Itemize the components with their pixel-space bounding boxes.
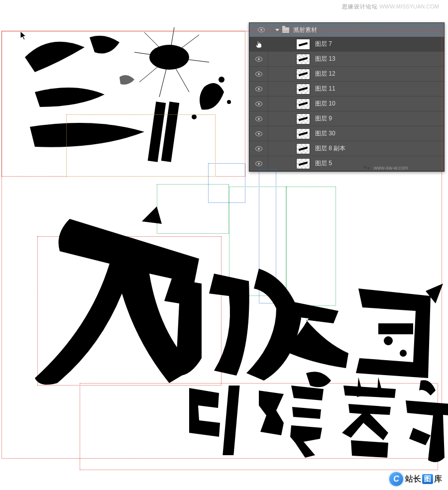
visibility-eye-icon[interactable] [258, 27, 265, 32]
layer-row[interactable]: 图层 9 [249, 111, 444, 126]
visibility-eye-icon[interactable] [255, 57, 262, 62]
layer-name-label: 图层 8 副本 [315, 144, 345, 153]
brush-samples-area [20, 27, 239, 167]
layer-row[interactable]: 图层 8 副本 [249, 141, 444, 156]
visibility-toggle[interactable] [249, 37, 268, 51]
watermark-site-name: 思缘设计论坛 [342, 3, 378, 9]
layer-name-label: 图层 13 [315, 55, 336, 63]
layer-row[interactable]: 图层 12 [249, 67, 444, 82]
svg-point-17 [286, 343, 292, 349]
layers-group-header[interactable]: 溅射素材 [249, 23, 444, 37]
layer-name-label: 图层 9 [315, 114, 332, 123]
svg-rect-18 [378, 323, 413, 334]
visibility-toggle[interactable] [249, 97, 268, 111]
layer-row[interactable]: 图层 30 [249, 126, 444, 141]
logo-badge: 图 [422, 474, 433, 484]
layer-content[interactable]: 图层 10 [268, 98, 444, 109]
layer-row[interactable]: 图层 11 [249, 82, 444, 97]
layer-name-label: 图层 30 [315, 129, 336, 138]
visibility-toggle[interactable] [249, 67, 268, 81]
layer-content[interactable]: 图层 9 [268, 113, 444, 124]
visibility-eye-icon[interactable] [255, 72, 262, 77]
visibility-toggle[interactable] [249, 126, 268, 141]
svg-point-19 [384, 336, 393, 345]
layer-content[interactable]: 图层 12 [268, 69, 444, 80]
layer-row[interactable]: 图层 7 [249, 37, 444, 52]
layer-name-label: 图层 11 [315, 85, 336, 93]
layer-row[interactable]: 图层 13 [249, 52, 444, 67]
layer-thumbnail[interactable] [296, 98, 310, 109]
logo-suffix: 库 [434, 474, 442, 485]
visibility-eye-icon[interactable] [255, 116, 262, 121]
guide-box-blue-1 [208, 163, 245, 203]
top-watermark: 思缘设计论坛 WWW.MISSYUAN.COM [342, 3, 439, 10]
layer-name-label: 图层 12 [315, 70, 336, 78]
layer-thumbnail[interactable] [296, 143, 310, 154]
watermark-site-url: WWW.MISSYUAN.COM [379, 3, 439, 9]
layers-panel[interactable]: 溅射素材 图层 7图层 13图层 12图层 11图层 10图层 9图层 30图层… [249, 22, 445, 172]
svg-point-10 [227, 100, 231, 104]
panel-watermark: www-sw-w.com [363, 165, 408, 171]
svg-point-14 [364, 166, 366, 169]
svg-point-11 [192, 114, 197, 119]
visibility-eye-icon[interactable] [255, 87, 262, 92]
hand-cursor-icon [254, 40, 263, 49]
layer-thumbnail[interactable] [296, 39, 310, 50]
layer-content[interactable]: 图层 13 [268, 54, 444, 65]
visibility-toggle[interactable] [249, 156, 268, 171]
visibility-toggle[interactable] [249, 82, 268, 96]
panel-watermark-text: www-sw-w.com [374, 165, 408, 171]
svg-point-16 [272, 334, 286, 348]
layer-name-label: 图层 5 [315, 159, 332, 168]
layer-thumbnail[interactable] [296, 128, 310, 139]
layer-name-label: 图层 10 [315, 99, 336, 108]
visibility-toggle[interactable] [249, 141, 268, 156]
visibility-eye-icon[interactable] [255, 146, 262, 151]
layer-content[interactable]: 图层 7 [268, 39, 444, 50]
visibility-eye-icon[interactable] [255, 131, 262, 136]
svg-point-20 [400, 350, 407, 357]
layer-thumbnail[interactable] [296, 113, 310, 124]
layer-content[interactable]: 图层 11 [268, 84, 444, 95]
logo-c-icon: C [389, 472, 403, 486]
svg-point-15 [367, 167, 370, 170]
visibility-eye-icon[interactable] [255, 161, 262, 166]
layer-row[interactable]: 图层 5 [249, 156, 444, 171]
layer-content[interactable]: 图层 30 [268, 128, 444, 139]
calligraphy-artwork [0, 199, 448, 478]
svg-point-9 [219, 77, 224, 83]
folder-icon [282, 27, 289, 33]
group-name-label: 溅射素材 [293, 26, 317, 34]
layer-thumbnail[interactable] [296, 54, 310, 65]
layer-row[interactable]: 图层 10 [249, 97, 444, 111]
layer-name-label: 图层 7 [315, 40, 332, 48]
svg-rect-21 [223, 386, 239, 455]
bott),

-logo: C 站长 图 库 [389, 472, 442, 486]
watermark-dots-icon [363, 165, 370, 169]
visibility-toggle[interactable] [249, 111, 268, 126]
layer-thumbnail[interactable] [296, 158, 310, 169]
collapse-triangle-icon[interactable] [275, 29, 279, 31]
layer-content[interactable]: 图层 8 副本 [268, 143, 444, 154]
layer-thumbnail[interactable] [296, 84, 310, 95]
layer-thumbnail[interactable] [296, 69, 310, 80]
visibility-eye-icon[interactable] [255, 101, 262, 106]
logo-prefix: 站长 [405, 474, 421, 485]
layer-content[interactable]: 图层 5 [268, 158, 444, 169]
visibility-toggle[interactable] [249, 52, 268, 66]
